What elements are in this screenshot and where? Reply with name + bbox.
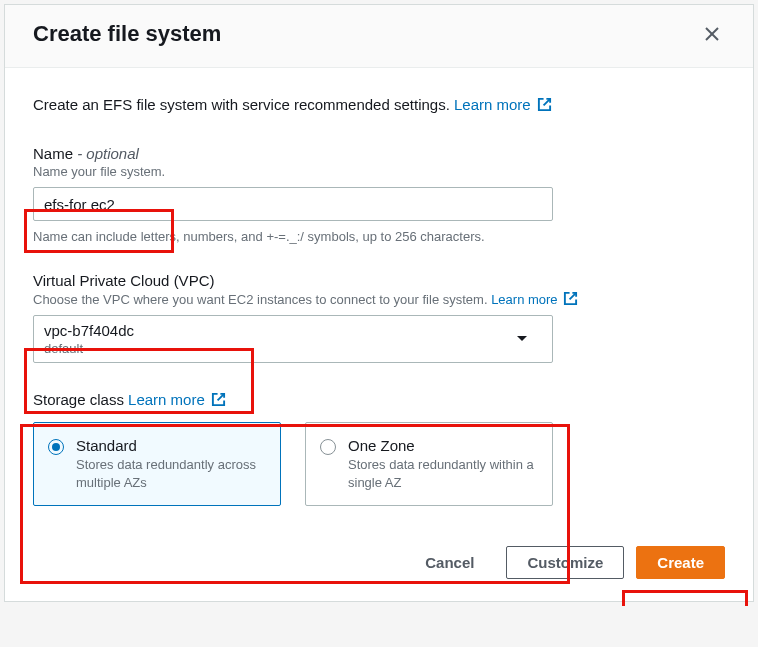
storage-option-standard[interactable]: Standard Stores data redundantly across … xyxy=(33,422,281,506)
chevron-down-icon xyxy=(516,335,528,343)
vpc-field: Virtual Private Cloud (VPC) Choose the V… xyxy=(33,272,725,363)
radio-icon xyxy=(320,439,336,455)
radio-label: One Zone xyxy=(348,437,538,454)
vpc-label: Virtual Private Cloud (VPC) xyxy=(33,272,725,289)
intro-static: Create an EFS file system with service r… xyxy=(33,96,454,113)
vpc-hint: Choose the VPC where you want EC2 instan… xyxy=(33,291,725,307)
name-hint: Name your file system. xyxy=(33,164,725,179)
create-file-system-modal: Create file system Create an EFS file sy… xyxy=(4,4,754,602)
radio-label: Standard xyxy=(76,437,266,454)
cancel-button[interactable]: Cancel xyxy=(405,547,494,578)
name-label: Name - optional xyxy=(33,145,725,162)
name-sub-hint: Name can include letters, numbers, and +… xyxy=(33,229,725,244)
external-link-icon xyxy=(211,392,226,407)
name-field: Name - optional Name your file system. N… xyxy=(33,145,725,244)
vpc-secondary: default xyxy=(44,341,522,357)
close-button[interactable] xyxy=(699,21,725,47)
vpc-dropdown[interactable]: vpc-b7f404dc default xyxy=(33,315,553,363)
storage-learn-more-link[interactable]: Learn more xyxy=(128,391,226,408)
intro-learn-more-link[interactable]: Learn more xyxy=(454,96,552,113)
radio-desc: Stores data redundantly across multiple … xyxy=(76,456,266,491)
customize-button[interactable]: Customize xyxy=(506,546,624,579)
create-button[interactable]: Create xyxy=(636,546,725,579)
modal-header: Create file system xyxy=(5,5,753,68)
close-icon xyxy=(703,25,721,43)
storage-title: Storage class Learn more xyxy=(33,391,725,408)
storage-radio-group: Standard Stores data redundantly across … xyxy=(33,422,725,506)
external-link-icon xyxy=(563,291,578,306)
modal-title: Create file system xyxy=(33,21,221,47)
radio-icon xyxy=(48,439,64,455)
radio-desc: Stores data redundantly within a single … xyxy=(348,456,538,491)
vpc-value: vpc-b7f404dc xyxy=(44,322,522,341)
storage-option-one-zone[interactable]: One Zone Stores data redundantly within … xyxy=(305,422,553,506)
storage-field: Storage class Learn more Standard Stores… xyxy=(33,391,725,506)
name-input[interactable] xyxy=(33,187,553,221)
external-link-icon xyxy=(537,97,552,112)
modal-footer: Cancel Customize Create xyxy=(5,536,753,601)
intro-text: Create an EFS file system with service r… xyxy=(33,96,725,113)
vpc-learn-more-link[interactable]: Learn more xyxy=(491,292,578,307)
